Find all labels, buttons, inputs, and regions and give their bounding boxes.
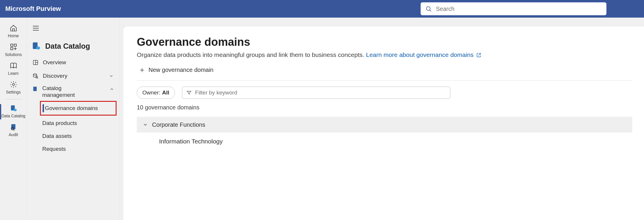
rail-divider	[5, 99, 22, 99]
svg-rect-3	[14, 44, 16, 46]
nav-data-products[interactable]: Data products	[40, 117, 117, 130]
svg-point-6	[12, 84, 14, 86]
svg-rect-2	[11, 44, 13, 46]
learn-more-text: Learn more about governance domains	[366, 51, 474, 58]
rail-solutions-label: Solutions	[5, 52, 22, 57]
menu-icon	[33, 26, 39, 31]
keyword-filter-input[interactable]	[195, 89, 446, 96]
nav-overview-label: Overview	[43, 59, 114, 66]
nav-data-assets-label: Data assets	[42, 133, 114, 139]
nav-catalog-management-label: Catalog management	[42, 85, 75, 99]
app-shell: Home Solutions Learn Settings Data Cata	[0, 18, 644, 220]
nav-discovery-label: Discovery	[43, 73, 105, 79]
svg-rect-23	[33, 87, 37, 91]
svg-rect-9	[11, 124, 15, 129]
svg-point-0	[426, 7, 430, 11]
svg-line-22	[37, 78, 38, 78]
main-area: Governance domains Organize data product…	[120, 18, 644, 220]
nav-requests[interactable]: Requests	[40, 143, 117, 155]
overview-icon	[32, 59, 39, 66]
domain-item-label: Information Technology	[159, 138, 223, 145]
rail-home-label: Home	[8, 33, 19, 38]
svg-rect-4	[11, 48, 13, 50]
nav-catalog-management[interactable]: Catalog management	[30, 83, 117, 100]
rail-learn[interactable]: Learn	[0, 60, 27, 79]
sidebar-title-row: Data Catalog	[30, 40, 117, 56]
svg-point-20	[33, 74, 37, 75]
chevron-down-icon	[143, 122, 148, 127]
nav-governance-domains[interactable]: Governance domains	[43, 102, 114, 115]
page-subtitle-text: Organize data products into meaningful g…	[137, 51, 366, 58]
home-icon	[9, 24, 18, 32]
search-icon	[425, 6, 432, 12]
catalog-mgmt-icon	[32, 86, 38, 92]
rail-audit[interactable]: Audit	[0, 121, 27, 140]
nav-catalog-management-children: Governance domains Data products Data as…	[30, 100, 117, 155]
rail-audit-label: Audit	[9, 132, 18, 137]
svg-line-1	[430, 10, 431, 11]
rail-data-catalog-label: Data Catalog	[1, 114, 26, 118]
nav-discovery[interactable]: Discovery	[30, 69, 117, 83]
main-card: Governance domains Organize data product…	[123, 26, 644, 220]
chevron-down-icon	[109, 74, 114, 78]
new-governance-domain-label: New governance domain	[149, 67, 213, 73]
svg-line-11	[14, 130, 14, 131]
page-subtitle: Organize data products into meaningful g…	[137, 51, 632, 58]
nav-requests-label: Requests	[42, 146, 114, 152]
global-search[interactable]	[421, 2, 606, 15]
catalog-icon	[9, 104, 18, 112]
learn-more-link[interactable]: Learn more about governance domains	[366, 51, 481, 58]
rail-home[interactable]: Home	[0, 22, 27, 41]
grid-icon	[9, 43, 18, 51]
new-governance-domain-button[interactable]: New governance domain	[137, 65, 216, 75]
plus-icon	[139, 67, 145, 73]
nav-catalog-mgmt-line2: management	[42, 92, 75, 99]
page-toolbar: New governance domain	[137, 65, 632, 81]
page-title: Governance domains	[137, 36, 632, 48]
rail-data-catalog[interactable]: Data Catalog	[0, 102, 27, 121]
domain-group-label: Corporate Functions	[152, 121, 205, 128]
owner-filter-value: All	[162, 89, 169, 96]
rail-settings-label: Settings	[6, 90, 21, 94]
catalog-icon	[32, 42, 41, 50]
nav-data-assets[interactable]: Data assets	[40, 130, 117, 143]
top-banner: Microsoft Purview	[0, 0, 644, 18]
owner-filter-pill[interactable]: Owner: All	[137, 87, 175, 99]
rail-settings[interactable]: Settings	[0, 79, 27, 97]
domain-group-corporate-functions[interactable]: Corporate Functions	[137, 117, 632, 133]
owner-filter-key: Owner:	[142, 89, 160, 96]
nav-data-products-label: Data products	[42, 120, 114, 126]
domain-item-information-technology[interactable]: Information Technology	[137, 133, 632, 145]
sidebar-nav: Overview Discovery Catalog management	[30, 56, 117, 155]
sidebar: Data Catalog Overview Discovery	[27, 18, 120, 220]
nav-governance-domains-label: Governance domains	[45, 105, 112, 111]
nav-rail: Home Solutions Learn Settings Data Cata	[0, 18, 27, 220]
book-icon	[9, 62, 18, 70]
filter-icon	[186, 90, 192, 95]
nav-catalog-mgmt-line1: Catalog	[42, 85, 75, 92]
audit-icon	[9, 123, 18, 131]
filter-row: Owner: All	[137, 87, 632, 99]
discovery-icon	[32, 73, 39, 79]
brand-label: Microsoft Purview	[5, 5, 61, 13]
screenshot-highlight: Governance domains	[40, 101, 117, 116]
hamburger-button[interactable]	[29, 22, 42, 35]
keyword-filter[interactable]	[182, 87, 450, 99]
rail-learn-label: Learn	[8, 71, 19, 76]
external-link-icon	[476, 53, 481, 57]
sidebar-title: Data Catalog	[45, 42, 90, 50]
gear-icon	[9, 80, 18, 89]
result-count: 10 governance domains	[137, 104, 632, 111]
search-input[interactable]	[436, 6, 602, 12]
chevron-up-icon	[109, 87, 114, 92]
rail-solutions[interactable]: Solutions	[0, 41, 27, 60]
nav-overview[interactable]: Overview	[30, 56, 117, 69]
